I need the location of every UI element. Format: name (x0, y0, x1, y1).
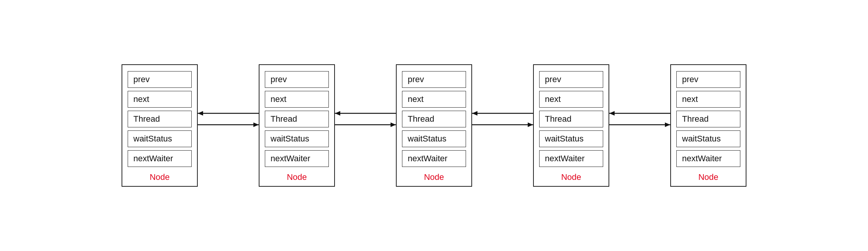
field-prev-5: prev (676, 71, 740, 88)
node-label-2: Node (265, 172, 329, 182)
field-prev-2: prev (265, 71, 329, 88)
field-prev-1: prev (128, 71, 192, 88)
arrow-3-4 (472, 103, 533, 148)
field-waitstatus-1: waitStatus (128, 130, 192, 147)
svg-marker-15 (665, 122, 670, 127)
node-label-5: Node (676, 172, 740, 182)
svg-marker-11 (528, 122, 533, 127)
svg-marker-1 (198, 111, 203, 116)
node-2: prev next Thread waitStatus nextWaiter N… (259, 64, 335, 187)
svg-marker-3 (253, 122, 259, 127)
field-next-4: next (539, 91, 603, 108)
arrow-2-3 (335, 103, 396, 148)
node-3: prev next Thread waitStatus nextWaiter N… (396, 64, 472, 187)
field-nextwaiter-1: nextWaiter (128, 150, 192, 167)
field-nextwaiter-3: nextWaiter (402, 150, 466, 167)
field-prev-4: prev (539, 71, 603, 88)
node-1: prev next Thread waitStatus nextWaiter N… (122, 64, 198, 187)
svg-marker-7 (391, 122, 396, 127)
field-waitstatus-5: waitStatus (676, 130, 740, 147)
node-label-3: Node (402, 172, 466, 182)
field-waitstatus-2: waitStatus (265, 130, 329, 147)
field-thread-2: Thread (265, 111, 329, 127)
node-label-4: Node (539, 172, 603, 182)
field-nextwaiter-5: nextWaiter (676, 150, 740, 167)
field-thread-4: Thread (539, 111, 603, 127)
field-next-1: next (128, 91, 192, 108)
field-waitstatus-4: waitStatus (539, 130, 603, 147)
node-4: prev next Thread waitStatus nextWaiter N… (533, 64, 609, 187)
field-next-5: next (676, 91, 740, 108)
svg-marker-13 (609, 111, 615, 116)
field-nextwaiter-4: nextWaiter (539, 150, 603, 167)
node-label-1: Node (128, 172, 192, 182)
linked-list-diagram: prev next Thread waitStatus nextWaiter N… (122, 64, 746, 187)
field-waitstatus-3: waitStatus (402, 130, 466, 147)
field-next-3: next (402, 91, 466, 108)
field-next-2: next (265, 91, 329, 108)
arrow-1-2 (198, 103, 259, 148)
field-prev-3: prev (402, 71, 466, 88)
field-thread-3: Thread (402, 111, 466, 127)
node-5: prev next Thread waitStatus nextWaiter N… (670, 64, 746, 187)
field-nextwaiter-2: nextWaiter (265, 150, 329, 167)
svg-marker-5 (335, 111, 340, 116)
field-thread-1: Thread (128, 111, 192, 127)
svg-marker-9 (472, 111, 477, 116)
arrow-4-5 (609, 103, 670, 148)
field-thread-5: Thread (676, 111, 740, 127)
